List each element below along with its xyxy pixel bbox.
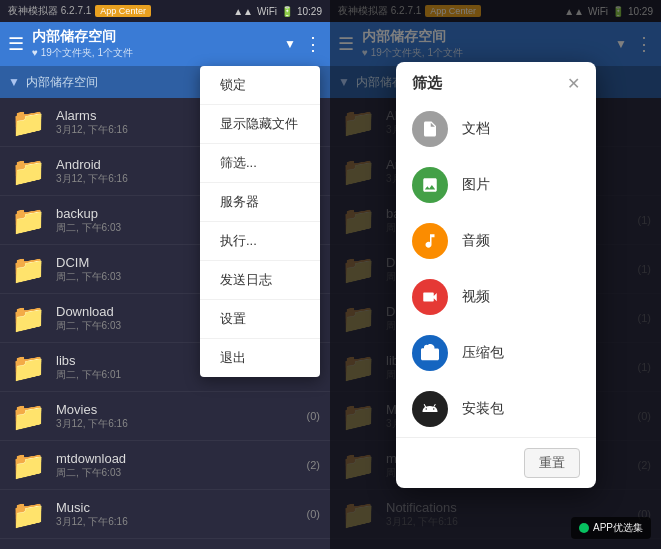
folder-icon-red: 📁	[10, 251, 46, 287]
hamburger-menu-left[interactable]: ☰	[8, 33, 24, 55]
breadcrumb-arrow-left: ▼	[8, 75, 20, 89]
video-icon	[412, 279, 448, 315]
file-name: mtdownload	[56, 451, 307, 466]
signal-icon: ▲▲	[233, 6, 253, 17]
video-label: 视频	[462, 288, 490, 306]
app-name-left: 夜神模拟器 6.2.7.1	[8, 4, 91, 18]
file-date: 3月12, 下午6:16	[56, 515, 307, 529]
file-date: 周二, 下午6:03	[56, 466, 307, 480]
folder-icon: 📁	[10, 153, 46, 189]
top-bar-left: ☰ 内部储存空间 ♥ 19个文件夹, 1个文件 ▼ ⋮	[0, 22, 330, 66]
zip-label: 压缩包	[462, 344, 504, 362]
apk-label: 安装包	[462, 400, 504, 418]
dialog-title: 筛选	[412, 74, 442, 93]
file-info: Music 3月12, 下午6:16	[56, 500, 307, 529]
dialog-footer: 重置	[396, 437, 596, 488]
filter-item-doc[interactable]: 文档	[396, 101, 596, 157]
filter-item-video[interactable]: 视频	[396, 269, 596, 325]
list-item[interactable]: 📁 Movies 3月12, 下午6:16 (0)	[0, 392, 330, 441]
folder-icon: 📁	[10, 398, 46, 434]
app-center-badge-left[interactable]: App Center	[95, 5, 151, 17]
dropdown-item-execute[interactable]: 执行...	[200, 222, 320, 261]
dialog-overlay: 筛选 ✕ 文档 图片 音频	[330, 0, 661, 549]
dialog-header: 筛选 ✕	[396, 62, 596, 101]
folder-icon: 📁	[10, 349, 46, 385]
doc-icon	[412, 111, 448, 147]
folder-icon: 📁	[10, 104, 46, 140]
pic-label: 图片	[462, 176, 490, 194]
more-options-left[interactable]: ⋮	[304, 33, 322, 55]
pic-icon	[412, 167, 448, 203]
folder-icon: 📁	[10, 447, 46, 483]
main-subtitle-left: ♥ 19个文件夹, 1个文件	[32, 46, 276, 60]
dropdown-item-filter[interactable]: 筛选...	[200, 144, 320, 183]
dropdown-arrow-left[interactable]: ▼	[284, 37, 296, 51]
dialog-close-button[interactable]: ✕	[567, 74, 580, 93]
doc-label: 文档	[462, 120, 490, 138]
file-name: Music	[56, 500, 307, 515]
zip-icon	[412, 335, 448, 371]
status-bar-left: 夜神模拟器 6.2.7.1 App Center ▲▲ WiFi 🔋 10:29	[0, 0, 330, 22]
filter-dialog: 筛选 ✕ 文档 图片 音频	[396, 62, 596, 488]
file-date: 3月12, 下午6:16	[56, 417, 307, 431]
dropdown-item-server[interactable]: 服务器	[200, 183, 320, 222]
file-name: Movies	[56, 402, 307, 417]
status-right-area: ▲▲ WiFi 🔋 10:29	[233, 6, 322, 17]
status-left-area: 夜神模拟器 6.2.7.1 App Center	[8, 4, 151, 18]
list-item[interactable]: 📁 Music 3月12, 下午6:16 (0)	[0, 490, 330, 539]
title-area-left: 内部储存空间 ♥ 19个文件夹, 1个文件	[32, 28, 276, 60]
dropdown-item-exit[interactable]: 退出	[200, 339, 320, 377]
folder-icon: 📁	[10, 496, 46, 532]
list-item[interactable]: 📁 Notifications 3月12, 下午6:16 (0)	[0, 539, 330, 549]
list-item[interactable]: 📁 mtdownload 周二, 下午6:03 (2)	[0, 441, 330, 490]
breadcrumb-title-left: 内部储存空间	[26, 74, 98, 91]
file-info: Movies 3月12, 下午6:16	[56, 402, 307, 431]
folder-icon: 📁	[10, 202, 46, 238]
main-title-left: 内部储存空间	[32, 28, 276, 46]
wechat-icon	[579, 523, 589, 533]
filter-item-audio[interactable]: 音频	[396, 213, 596, 269]
filter-item-pic[interactable]: 图片	[396, 157, 596, 213]
panel-right: 夜神模拟器 6.2.7.1 App Center ▲▲ WiFi 🔋 10:29…	[330, 0, 661, 549]
time-display: 10:29	[297, 6, 322, 17]
filter-item-zip[interactable]: 压缩包	[396, 325, 596, 381]
watermark-label: APP优选集	[593, 521, 643, 535]
wifi-icon: WiFi	[257, 6, 277, 17]
battery-icon: 🔋	[281, 6, 293, 17]
dropdown-item-settings[interactable]: 设置	[200, 300, 320, 339]
dropdown-item-lock[interactable]: 锁定	[200, 66, 320, 105]
panel-left: 夜神模拟器 6.2.7.1 App Center ▲▲ WiFi 🔋 10:29…	[0, 0, 330, 549]
file-count: (0)	[307, 508, 320, 520]
dropdown-item-show-hidden[interactable]: 显示隐藏文件	[200, 105, 320, 144]
file-count: (2)	[307, 459, 320, 471]
file-info: mtdownload 周二, 下午6:03	[56, 451, 307, 480]
dropdown-menu: 锁定 显示隐藏文件 筛选... 服务器 执行... 发送日志 设置 退出	[200, 66, 320, 377]
folder-icon: 📁	[10, 545, 46, 549]
filter-item-apk[interactable]: 安装包	[396, 381, 596, 437]
reset-button[interactable]: 重置	[524, 448, 580, 478]
audio-icon	[412, 223, 448, 259]
folder-icon: 📁	[10, 300, 46, 336]
wechat-watermark: APP优选集	[571, 517, 651, 539]
dropdown-item-send-log[interactable]: 发送日志	[200, 261, 320, 300]
audio-label: 音频	[462, 232, 490, 250]
apk-icon	[412, 391, 448, 427]
file-count: (0)	[307, 410, 320, 422]
